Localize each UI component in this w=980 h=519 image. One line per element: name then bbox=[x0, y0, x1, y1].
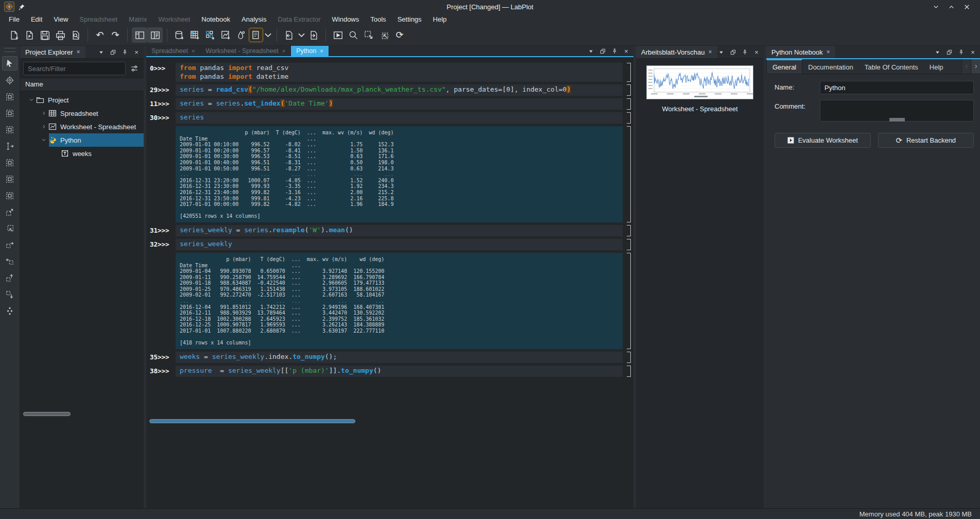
filter-options-icon[interactable] bbox=[128, 62, 141, 75]
expander-open-icon[interactable] bbox=[40, 136, 48, 144]
zoom-in-button[interactable] bbox=[361, 27, 376, 43]
toggle-properties-explorer-button[interactable] bbox=[147, 27, 163, 43]
cell-fold-marker[interactable] bbox=[623, 126, 633, 222]
pin-dock-icon[interactable] bbox=[611, 47, 618, 55]
toggle-project-explorer-button[interactable] bbox=[132, 27, 147, 43]
notebook-hscrollbar-thumb[interactable] bbox=[149, 419, 355, 423]
props-tab-table-of-contents[interactable]: Table Of Contents bbox=[859, 59, 924, 74]
close-tab-icon[interactable]: × bbox=[192, 48, 195, 54]
menu-help[interactable]: Help bbox=[427, 14, 453, 24]
close-icon[interactable]: × bbox=[709, 48, 712, 56]
props-tab-documentation[interactable]: Documentation bbox=[802, 59, 858, 74]
explorer-hscrollbar-thumb[interactable] bbox=[23, 412, 71, 416]
tree-item-project[interactable]: Project bbox=[20, 93, 144, 107]
dock-menu-icon[interactable] bbox=[587, 47, 594, 55]
pointer-tool-button[interactable] bbox=[2, 56, 18, 71]
close-button[interactable] bbox=[962, 3, 971, 11]
expander-closed-icon[interactable] bbox=[40, 109, 48, 117]
cell-fold-marker[interactable] bbox=[623, 366, 633, 377]
scale-out-tool-button[interactable] bbox=[3, 205, 17, 219]
properties-title-tab[interactable]: Python Notebook × bbox=[766, 46, 835, 58]
worksheet-thumbnail[interactable] bbox=[646, 65, 753, 99]
tab-python[interactable]: Python× bbox=[291, 46, 329, 56]
shift-left-tool-button[interactable] bbox=[3, 255, 17, 268]
zoom-button[interactable] bbox=[346, 27, 361, 43]
refresh-button[interactable]: ⟳ bbox=[392, 27, 407, 43]
save-project-button[interactable] bbox=[37, 27, 53, 43]
tree-column-header[interactable]: Name bbox=[20, 78, 144, 91]
zoom-y-select-tool-button[interactable] bbox=[3, 172, 17, 186]
zoom-x-select-tool-button[interactable] bbox=[3, 156, 17, 169]
tree-item-spreadsheet[interactable]: Spreadsheet bbox=[20, 107, 144, 120]
float-dock-icon[interactable] bbox=[109, 48, 116, 56]
new-spreadsheet-button[interactable] bbox=[187, 27, 202, 43]
zoom-select-tool-button[interactable] bbox=[3, 123, 17, 136]
close-tab-icon[interactable]: × bbox=[282, 48, 285, 54]
shift-down-tool-button[interactable] bbox=[3, 288, 17, 301]
props-tab-general[interactable]: General bbox=[766, 59, 802, 74]
new-workbook-button[interactable] bbox=[171, 27, 187, 43]
preview-title-tab[interactable]: Arbeitsblatt-Vorschau × bbox=[636, 46, 717, 58]
dock-menu-icon[interactable] bbox=[934, 48, 941, 56]
tab-spreadsheet[interactable]: Spreadsheet× bbox=[146, 46, 200, 56]
scale-in-tool-button[interactable] bbox=[3, 222, 17, 235]
new-notebook-button[interactable] bbox=[249, 28, 263, 42]
close-icon[interactable]: × bbox=[76, 48, 80, 56]
expander-open-icon[interactable] bbox=[27, 96, 36, 104]
redo-button[interactable]: ↷ bbox=[108, 27, 123, 43]
pin-dock-icon[interactable] bbox=[741, 48, 748, 56]
project-explorer-title-tab[interactable]: Project Explorer × bbox=[20, 46, 85, 58]
float-dock-icon[interactable] bbox=[945, 48, 953, 56]
dock-menu-icon[interactable] bbox=[717, 48, 725, 56]
menu-settings[interactable]: Settings bbox=[392, 14, 427, 24]
tree-item-python[interactable]: Python bbox=[20, 133, 144, 147]
scroll-tabs-left-button[interactable] bbox=[961, 59, 971, 74]
cell-fold-marker[interactable] bbox=[623, 98, 633, 110]
print-button[interactable] bbox=[53, 27, 68, 43]
undo-button[interactable]: ↶ bbox=[92, 27, 108, 43]
region-select-tool-button[interactable] bbox=[3, 107, 17, 120]
restart-backend-button[interactable]: ⟳ Restart Backend bbox=[878, 133, 974, 148]
expander-closed-icon[interactable] bbox=[40, 123, 48, 131]
cell-fold-marker[interactable] bbox=[623, 112, 633, 124]
pin-dock-icon[interactable] bbox=[957, 48, 965, 56]
print-preview-button[interactable] bbox=[68, 27, 83, 43]
menu-edit[interactable]: Edit bbox=[25, 14, 48, 24]
search-input[interactable] bbox=[23, 62, 126, 75]
menu-matrix[interactable]: Matrix bbox=[123, 14, 152, 24]
import-data-button[interactable] bbox=[281, 27, 297, 43]
pin-dock-icon[interactable] bbox=[121, 48, 128, 56]
close-dock-icon[interactable]: × bbox=[969, 48, 976, 56]
menu-spreadsheet[interactable]: Spreadsheet bbox=[74, 14, 123, 24]
scroll-tabs-right-button[interactable] bbox=[971, 59, 980, 74]
cell-fold-marker[interactable] bbox=[623, 225, 633, 236]
new-matrix-button[interactable] bbox=[202, 27, 218, 43]
close-dock-icon[interactable]: × bbox=[753, 48, 760, 56]
box-select-tool-button[interactable] bbox=[3, 90, 17, 103]
zoom-out-button[interactable] bbox=[376, 27, 392, 43]
evaluate-worksheet-button[interactable]: Evaluate Worksheet bbox=[775, 133, 871, 148]
close-icon[interactable]: × bbox=[827, 48, 830, 56]
code-cell-editor[interactable]: series = series.set_index('Date Time') bbox=[176, 98, 623, 110]
menu-worksheet[interactable]: Worksheet bbox=[152, 14, 196, 24]
menu-tools[interactable]: Tools bbox=[365, 14, 391, 24]
menu-notebook[interactable]: Notebook bbox=[196, 14, 236, 24]
shift-up-tool-button[interactable] bbox=[3, 271, 17, 285]
code-cell-editor[interactable]: weeks = series_weekly.index.to_numpy(); bbox=[176, 352, 623, 363]
cursor-line-tool-button[interactable] bbox=[3, 140, 17, 153]
dock-menu-icon[interactable] bbox=[97, 48, 105, 56]
new-worksheet-button[interactable] bbox=[218, 27, 233, 43]
code-cell-editor[interactable]: series_weekly = series.resample('W').mea… bbox=[176, 225, 623, 236]
close-dock-icon[interactable]: × bbox=[133, 48, 140, 56]
menu-analysis[interactable]: Analysis bbox=[236, 14, 272, 24]
cell-fold-marker[interactable] bbox=[623, 63, 633, 82]
cell-fold-marker[interactable] bbox=[623, 253, 633, 349]
menu-view[interactable]: View bbox=[48, 14, 74, 24]
evaluate-button[interactable] bbox=[330, 27, 346, 43]
open-project-button[interactable] bbox=[22, 27, 37, 43]
maximize-button[interactable] bbox=[947, 3, 955, 11]
code-cell-editor[interactable]: pressure = series_weekly[['p (mbar)']].t… bbox=[176, 366, 623, 377]
comment-field[interactable] bbox=[820, 100, 974, 122]
cell-fold-marker[interactable] bbox=[623, 84, 633, 96]
toolbar-handle[interactable] bbox=[4, 48, 15, 52]
